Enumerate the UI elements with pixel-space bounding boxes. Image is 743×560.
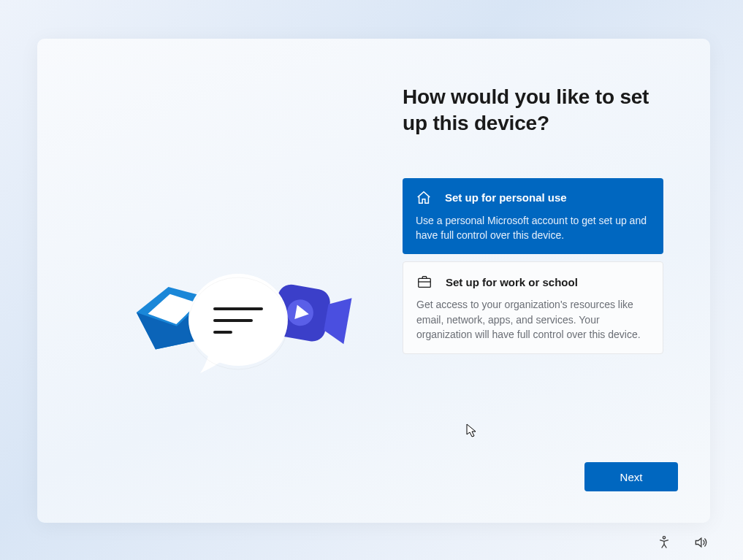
accessibility-icon bbox=[657, 535, 671, 550]
option-header: Set up for work or school bbox=[416, 274, 649, 290]
next-button[interactable]: Next bbox=[584, 462, 678, 491]
setup-card: How would you like to set up this device… bbox=[37, 39, 710, 523]
volume-button[interactable] bbox=[692, 534, 709, 551]
option-title: Set up for personal use bbox=[445, 191, 567, 204]
content-pane: How would you like to set up this device… bbox=[373, 39, 710, 523]
option-header: Set up for personal use bbox=[416, 190, 650, 206]
page-title: How would you like to set up this device… bbox=[403, 84, 666, 137]
option-title: Set up for work or school bbox=[446, 276, 578, 288]
option-description: Use a personal Microsoft account to get … bbox=[416, 213, 650, 243]
accessibility-button[interactable] bbox=[655, 534, 673, 551]
option-personal-use[interactable]: Set up for personal use Use a personal M… bbox=[403, 178, 663, 255]
illustration-pane bbox=[37, 39, 373, 523]
option-work-school[interactable]: Set up for work or school Get access to … bbox=[403, 261, 663, 354]
volume-icon bbox=[693, 535, 708, 550]
home-icon bbox=[416, 190, 432, 206]
svg-point-8 bbox=[663, 537, 665, 539]
briefcase-icon bbox=[416, 274, 433, 290]
system-tray bbox=[655, 534, 709, 551]
svg-rect-7 bbox=[419, 279, 431, 288]
setup-illustration bbox=[136, 272, 355, 389]
option-description: Get access to your organization's resour… bbox=[416, 297, 649, 342]
